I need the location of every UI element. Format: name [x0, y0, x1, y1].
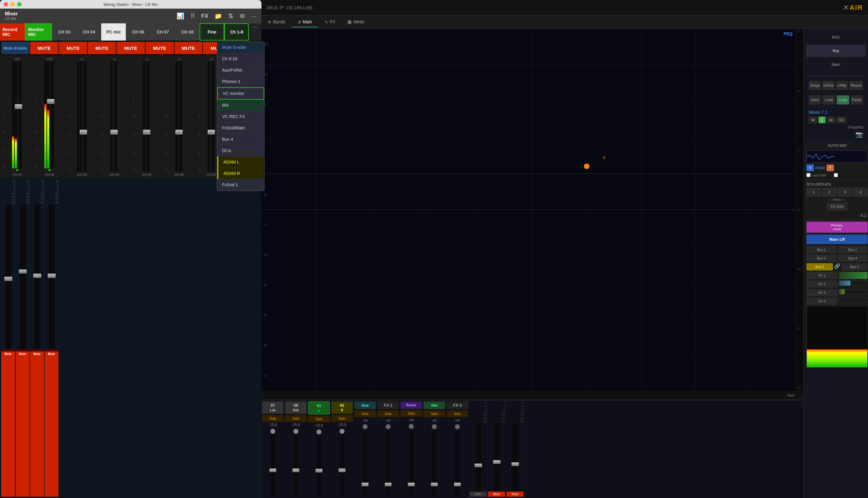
bus-rever-knob[interactable] [409, 424, 414, 429]
bus-08-solo[interactable]: Solo [285, 415, 307, 422]
fx1-group-button[interactable]: FX 1 [806, 272, 838, 279]
utility-button[interactable]: Utility [836, 81, 848, 90]
extra-strip-2-mute[interactable]: Mute [488, 492, 505, 497]
dropdown-mute-enable[interactable]: Mute Enable [217, 42, 264, 53]
bus-01-fader-knob[interactable] [315, 469, 322, 472]
bus-08-fader-knob[interactable] [293, 469, 299, 472]
copy-button[interactable]: Copy [837, 95, 849, 105]
maximize-button[interactable] [17, 2, 22, 6]
mute-btn-6[interactable]: MUTE [174, 42, 203, 54]
dca-btn-3[interactable]: 3 [838, 188, 852, 196]
last-gate-checkbox-2[interactable] [834, 173, 838, 177]
dropdown-ch9-16[interactable]: Ch 9-16 [217, 53, 264, 65]
bottom-mute-2[interactable]: Mute [16, 351, 29, 497]
nav-tab-main[interactable]: ♬ Main [292, 17, 318, 27]
bus-01-label[interactable]: 01L [308, 402, 330, 415]
ch05-fader-track[interactable] [146, 62, 150, 172]
extra-strip-1-mute[interactable]: Mute [470, 492, 487, 497]
extra-strip-2-fader[interactable] [494, 423, 500, 490]
dropdown-phones-1[interactable]: Phones-1 [217, 76, 264, 87]
tab-monitor-mic[interactable]: Monitor MIC [25, 23, 52, 41]
bus-01-solo[interactable]: Solo [308, 416, 330, 422]
tab-record-mic[interactable]: Record MIC [0, 23, 25, 41]
bus-02-fader-knob[interactable] [339, 469, 346, 472]
extra-strip-3-mute[interactable]: Mute [507, 492, 523, 497]
ch04-fader-knob[interactable] [111, 130, 118, 135]
toolbar-settings-icon[interactable]: ⚙ [239, 12, 245, 20]
dropdown-mix[interactable]: Mix [217, 100, 264, 111]
dropdown-fxsnd-main[interactable]: FxSnd/Main [217, 122, 264, 134]
mute-btn-4[interactable]: MUTE [117, 42, 145, 54]
bus-del-label[interactable]: Del [424, 402, 445, 409]
dca-btn-2[interactable]: 2 [822, 188, 837, 196]
pre-button[interactable]: Pre [806, 45, 866, 57]
fx3-group-button[interactable]: FX 3 [806, 289, 838, 296]
bottom-strip-3-fader[interactable] [34, 205, 40, 349]
link-icon[interactable]: 🔗 [834, 263, 840, 271]
snap-go-button[interactable]: Go [837, 117, 846, 123]
bus-07-label[interactable]: 07Lsb [262, 402, 284, 414]
bus-fx4-knob[interactable] [455, 424, 460, 429]
rta-button[interactable]: RTA [806, 31, 866, 44]
bus-fx4-fader-knob[interactable] [454, 483, 461, 486]
paste-button[interactable]: Paste [851, 95, 863, 105]
load-button[interactable]: Load [822, 95, 835, 105]
bus-02-label[interactable]: 02R [331, 402, 353, 414]
automix-x-button[interactable]: X [806, 165, 814, 171]
dropdown-adam-l[interactable]: ADAM L [217, 156, 264, 168]
dropdown-vc-monitor[interactable]: VC monitor [217, 87, 264, 100]
tab-ch07[interactable]: CH 07 [151, 23, 175, 41]
bus-01-fader-track[interactable] [317, 436, 321, 496]
save-button[interactable]: Save [808, 95, 821, 105]
ch02-fader-track[interactable] [50, 62, 54, 169]
tab-ch08[interactable]: CH 08 [175, 23, 199, 41]
bus-fx4-label[interactable]: FX 4 [446, 402, 468, 409]
extra-strip-1-fader[interactable] [476, 423, 481, 490]
bus-rever-solo[interactable]: Solo [401, 410, 422, 417]
extra-strip-1-knob[interactable] [475, 463, 482, 467]
ch06-fader-knob[interactable] [175, 130, 183, 135]
bus6-button[interactable]: Bus 6 [842, 263, 868, 271]
ch03-fader-track[interactable] [83, 62, 87, 172]
dropdown-vc-rec-fx[interactable]: VC REC FX [217, 111, 264, 122]
tabs-more-button[interactable]: ··· [249, 23, 261, 41]
snap-next-button[interactable]: ⏭ [827, 117, 835, 123]
dropdown-dca[interactable]: DCA [217, 145, 264, 156]
extra-strip-2-knob[interactable] [493, 460, 501, 464]
fx4-group-button[interactable]: FX 4 [806, 298, 838, 305]
toolbar-more-icon[interactable]: ··· [251, 13, 257, 20]
dropdown-adam-r[interactable]: ADAM R [217, 168, 264, 179]
in-out-button[interactable]: In/Out [822, 81, 835, 90]
bus-del-fader-knob[interactable] [431, 483, 438, 486]
bus-fx1-fader-track[interactable] [386, 431, 390, 496]
ch07-fader-knob[interactable] [208, 130, 215, 135]
bus-fx1-solo[interactable]: Solo [377, 410, 399, 417]
bus-del-solo[interactable]: Solo [424, 410, 445, 417]
last-gate-checkbox[interactable] [806, 173, 811, 177]
bottom-strip-4-knob[interactable] [48, 274, 56, 278]
dropdown-fxsnd1[interactable]: FxSnd 1 [217, 179, 264, 191]
bottom-strip-1-fader[interactable] [5, 205, 11, 349]
bus1-button[interactable]: Bus 1 [806, 246, 837, 253]
bus-aux-solo[interactable]: Solo [354, 410, 376, 417]
bus-fx1-fader-knob[interactable] [385, 483, 391, 486]
extra-strip-3-knob[interactable] [511, 462, 519, 466]
minimize-button[interactable] [11, 2, 15, 6]
bus2-button[interactable]: Bus 2 [838, 246, 868, 253]
tab-ch06[interactable]: CH 06 [126, 23, 151, 41]
bottom-mute-3[interactable]: Mute [30, 351, 44, 497]
resize-button[interactable]: Resize [849, 81, 863, 90]
mute-btn-5[interactable]: MUTE [145, 42, 174, 54]
bus-rever-fader-track[interactable] [409, 431, 413, 496]
bus-02-knob[interactable] [340, 429, 345, 434]
mute-btn-2[interactable]: MUTE [59, 42, 87, 54]
bus-07-fader-knob[interactable] [270, 469, 276, 472]
tab-ch04[interactable]: CH 04 [77, 23, 101, 41]
main-lr-button[interactable]: Main LR [806, 235, 868, 244]
bus-del-fader-track[interactable] [432, 431, 437, 496]
tab-fine[interactable]: Fine [199, 23, 224, 41]
bus-07-solo[interactable]: Solo [262, 415, 284, 422]
bus4-button[interactable]: Bus 4 [838, 254, 868, 262]
bus-aux-label[interactable]: Aux [354, 402, 376, 409]
ch04-fader-track[interactable] [114, 62, 117, 172]
